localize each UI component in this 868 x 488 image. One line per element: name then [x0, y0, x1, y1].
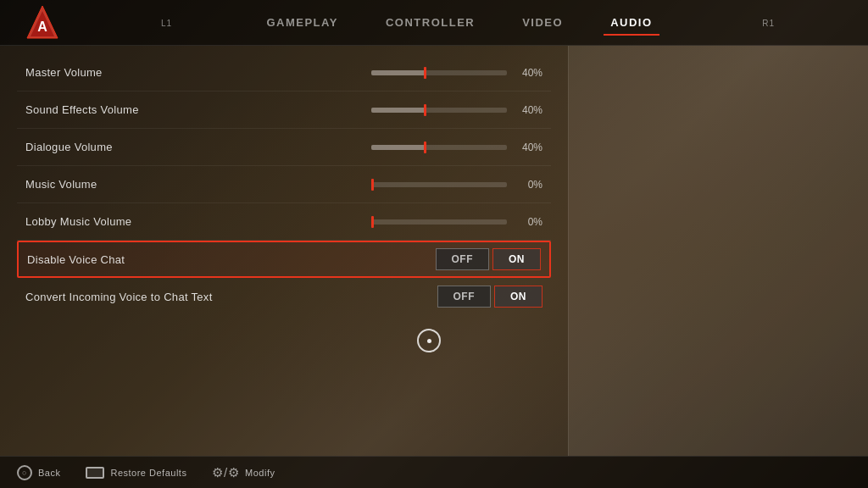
- header: A L1 GAMEPLAY CONTROLLER VIDEO AUDIO R1: [0, 0, 868, 46]
- tab-controller[interactable]: CONTROLLER: [362, 11, 498, 34]
- label-convert-incoming-voice: Convert Incoming Voice to Chat Text: [25, 291, 348, 303]
- slider-track-dialogue-volume[interactable]: [371, 145, 507, 150]
- toggle-on-disable-voice-chat[interactable]: On: [492, 248, 541, 270]
- slider-track-music-volume[interactable]: [371, 182, 507, 187]
- slider-value-master-volume: 40%: [515, 67, 542, 79]
- toggle-on-convert-incoming-voice[interactable]: On: [494, 286, 542, 308]
- slider-track-sfx-volume[interactable]: [371, 108, 507, 113]
- footer: ○ Back Restore Defaults ⚙/⚙ Modify: [0, 456, 868, 488]
- footer-modify[interactable]: ⚙/⚙ Modify: [212, 465, 275, 480]
- toggle-group-disable-voice-chat: Off On: [436, 248, 542, 270]
- label-music-volume: Music Volume: [25, 178, 348, 191]
- control-sfx-volume: 40%: [348, 104, 542, 116]
- control-music-volume: 0%: [348, 179, 542, 191]
- slider-track-lobby-music-volume[interactable]: [371, 219, 507, 225]
- toggle-group-convert-incoming-voice: Off On: [437, 286, 543, 308]
- gear-icon: ⚙/⚙: [212, 465, 239, 480]
- label-disable-voice-chat: Disable Voice Chat: [27, 253, 349, 266]
- setting-row-sfx-volume: Sound Effects Volume 40%: [17, 92, 551, 129]
- label-master-volume: Master Volume: [25, 66, 348, 79]
- setting-row-dialogue-volume: Dialogue Volume 40%: [17, 129, 551, 166]
- modify-label: Modify: [245, 468, 275, 478]
- back-label: Back: [38, 468, 60, 478]
- tab-gameplay[interactable]: GAMEPLAY: [242, 11, 361, 34]
- main-content: Master Volume 40% Sound Effects Volume 4…: [0, 46, 868, 456]
- nav-tabs: L1 GAMEPLAY CONTROLLER VIDEO AUDIO R1: [68, 11, 851, 34]
- footer-back[interactable]: ○ Back: [17, 465, 60, 480]
- restore-label: Restore Defaults: [110, 468, 186, 478]
- footer-restore[interactable]: Restore Defaults: [86, 467, 186, 479]
- slider-value-dialogue-volume: 40%: [515, 141, 542, 153]
- settings-panel: Master Volume 40% Sound Effects Volume 4…: [0, 46, 568, 456]
- rect-icon: [86, 467, 104, 479]
- slider-track-master-volume[interactable]: [371, 70, 507, 75]
- slider-fill-lobby-music-volume: [371, 219, 373, 225]
- circle-icon: ○: [17, 465, 32, 480]
- control-disable-voice-chat: Off On: [349, 248, 541, 270]
- r1-indicator: R1: [762, 18, 775, 27]
- tab-audio[interactable]: AUDIO: [587, 11, 676, 34]
- svg-text:A: A: [37, 19, 47, 34]
- control-lobby-music-volume: 0%: [348, 216, 542, 228]
- setting-row-lobby-music-volume: Lobby Music Volume 0%: [17, 203, 551, 241]
- label-dialogue-volume: Dialogue Volume: [25, 141, 348, 153]
- slider-fill-dialogue-volume: [371, 145, 426, 150]
- slider-fill-master-volume: [371, 70, 426, 75]
- cursor-dot: [427, 339, 431, 343]
- l1-indicator: L1: [161, 18, 172, 27]
- control-master-volume: 40%: [348, 67, 542, 79]
- logo-area: A: [17, 4, 68, 42]
- label-lobby-music-volume: Lobby Music Volume: [25, 215, 348, 228]
- setting-row-convert-incoming-voice: Convert Incoming Voice to Chat Text Off …: [17, 278, 551, 315]
- right-panel: [568, 46, 868, 456]
- toggle-off-disable-voice-chat[interactable]: Off: [436, 248, 490, 270]
- label-sfx-volume: Sound Effects Volume: [25, 103, 348, 116]
- apex-logo: A: [24, 4, 61, 42]
- slider-value-lobby-music-volume: 0%: [515, 216, 542, 228]
- toggle-off-convert-incoming-voice[interactable]: Off: [437, 286, 492, 308]
- control-dialogue-volume: 40%: [348, 141, 542, 153]
- control-convert-incoming-voice: Off On: [348, 286, 542, 308]
- slider-value-sfx-volume: 40%: [515, 104, 542, 116]
- slider-fill-music-volume: [371, 182, 373, 187]
- cursor-indicator: [417, 329, 441, 352]
- setting-row-master-volume: Master Volume 40%: [17, 54, 551, 92]
- tab-video[interactable]: VIDEO: [498, 11, 587, 34]
- slider-fill-sfx-volume: [371, 108, 426, 113]
- setting-row-disable-voice-chat: Disable Voice Chat Off On: [17, 241, 551, 278]
- setting-row-music-volume: Music Volume 0%: [17, 166, 551, 203]
- slider-value-music-volume: 0%: [515, 179, 542, 191]
